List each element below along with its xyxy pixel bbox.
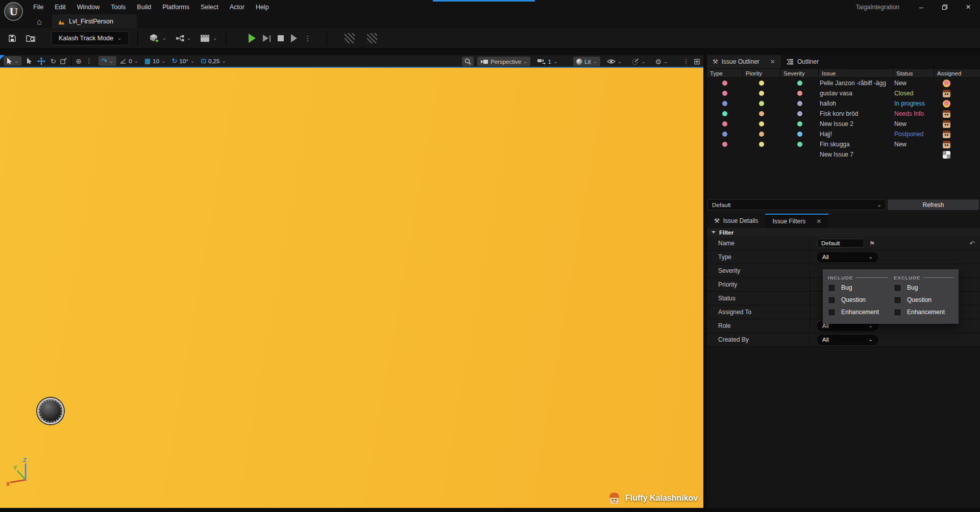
option-enhancement[interactable]: Enhancement [828, 306, 888, 318]
minimize-icon[interactable]: – [910, 0, 933, 14]
checkbox[interactable] [894, 296, 901, 304]
reflection-sphere-gizmo[interactable] [37, 398, 64, 424]
menu-item-tools[interactable]: Tools [105, 4, 131, 11]
maximize-viewport-icon[interactable] [462, 57, 474, 66]
show-flags-dropdown[interactable]: ⌄ [604, 57, 625, 66]
add-actor-dropdown[interactable]: ⌄ [149, 34, 166, 43]
column-header-priority[interactable]: Piority [743, 69, 780, 78]
scale-tool-icon[interactable] [60, 58, 67, 64]
option-question[interactable]: Question [894, 294, 953, 306]
tab-outliner[interactable]: Outliner [781, 55, 824, 68]
table-row[interactable]: Fin skuggaNew [707, 139, 980, 149]
close-icon[interactable]: ✕ [816, 218, 821, 225]
menu-item-window[interactable]: Window [71, 4, 105, 11]
option-enhancement[interactable]: Enhancement [894, 306, 953, 318]
dot-cell [780, 98, 819, 109]
column-header-status[interactable]: Status [893, 69, 934, 78]
platforms-icon[interactable] [345, 33, 355, 43]
unreal-logo-icon[interactable]: U [4, 2, 23, 21]
move-tool-icon[interactable] [37, 57, 45, 65]
hammer-icon: ⚒ [714, 217, 720, 224]
flag-icon[interactable]: ⚑ [869, 240, 875, 247]
preset-dropdown[interactable]: Default ⌄ [707, 199, 886, 210]
play-controls: ⋮ [249, 34, 312, 43]
table-row[interactable]: Hajj!Postponed [707, 129, 980, 139]
close-icon[interactable]: × [957, 0, 980, 14]
viewport-options-icon[interactable]: ⋮ [683, 58, 690, 65]
launch-icon[interactable] [367, 33, 377, 43]
perspective-dropdown[interactable]: Perspective ⌄ [477, 57, 530, 66]
column-header-severity[interactable]: Severity [780, 69, 819, 78]
checkbox[interactable] [894, 309, 901, 316]
world-coordinate-icon[interactable]: ⊕ [76, 57, 82, 65]
rotate-tool-icon[interactable]: ↻ [50, 57, 56, 65]
viewport-settings-dropdown[interactable]: ⚙ ⌄ [652, 57, 671, 66]
created-by-filter-dropdown[interactable]: All ⌄ [817, 335, 878, 345]
viewport-canvas[interactable]: Z Y X Fluffy Kalashnikov [0, 68, 703, 508]
content-browser-icon[interactable] [23, 31, 38, 45]
menu-item-edit[interactable]: Edit [49, 4, 71, 11]
view-mode-dropdown[interactable]: Lit ⌄ [573, 57, 600, 66]
home-icon[interactable]: ⌂ [37, 17, 42, 27]
table-row[interactable]: hallohIn progress [707, 98, 980, 109]
select-tool-icon[interactable] [27, 58, 32, 64]
revert-icon[interactable]: ↶ [969, 240, 975, 247]
column-header-type[interactable]: Type [707, 69, 743, 78]
avatar [943, 110, 950, 118]
surface-snapping-dropdown[interactable]: ↷ ⌄ [99, 56, 116, 66]
refresh-button[interactable]: Refresh [888, 199, 979, 210]
menu-item-actor[interactable]: Actor [224, 4, 250, 11]
rotation-snap-dropdown[interactable]: ↻ 10° ⌄ [168, 56, 198, 66]
menu-item-select[interactable]: Select [195, 4, 224, 11]
level-tab[interactable]: Lvl_FirstPerson [52, 14, 137, 28]
editor-mode-dropdown[interactable]: Kalash Track Mode ⌄ [51, 31, 129, 45]
checkbox[interactable] [894, 284, 901, 292]
table-row[interactable]: New Issue 7 [707, 149, 980, 160]
wand-dropdown[interactable]: ⌄ [628, 57, 648, 66]
play-advanced-icon[interactable] [291, 34, 297, 42]
option-bug[interactable]: Bug [828, 281, 888, 294]
axis-gizmo: Z Y X [6, 456, 39, 493]
quad-layout-icon[interactable]: ⊞ [694, 57, 700, 66]
grid-snap-dropdown[interactable]: ▦ 10 ⌄ [141, 56, 168, 66]
frame-skip-icon[interactable] [263, 35, 271, 42]
chevron-down-icon: ⌄ [664, 59, 668, 64]
option-question[interactable]: Question [828, 294, 888, 306]
play-icon[interactable] [249, 34, 256, 43]
type-filter-dropdown[interactable]: All ⌄ [817, 252, 878, 262]
select-mode-dropdown[interactable]: ⌄ [4, 56, 21, 66]
actor-snap-dropdown[interactable]: 0 ⌄ [116, 56, 141, 66]
maximize-icon[interactable] [933, 0, 957, 14]
tab-issue-outliner[interactable]: ⚒ Issue Outliner ✕ [707, 55, 781, 68]
filter-label: Assigned To [707, 305, 810, 319]
chevron-down-icon: ⌄ [117, 36, 121, 41]
menu-item-help[interactable]: Help [250, 4, 275, 11]
menu-item-platforms[interactable]: Platforms [157, 4, 195, 11]
scale-snap-dropdown[interactable]: ⊡ 0,25 ⌄ [198, 56, 229, 66]
table-row[interactable]: Fisk korv brödNeeds Info [707, 109, 980, 119]
transform-options-icon[interactable]: ⋮ [86, 57, 92, 65]
option-bug[interactable]: Bug [894, 281, 953, 294]
table-row[interactable]: Pelle Janzon -råbiff -äggNew [707, 78, 980, 88]
column-header-assigned[interactable]: Assigned [934, 69, 980, 78]
save-icon[interactable] [5, 31, 19, 45]
menu-item-build[interactable]: Build [131, 4, 157, 11]
camera-speed-dropdown[interactable]: 1 ⌄ [534, 57, 560, 66]
close-icon[interactable]: ✕ [770, 58, 775, 65]
checkbox[interactable] [828, 309, 836, 316]
filter-name-input[interactable]: Default [817, 239, 864, 248]
dot-cell [707, 109, 743, 119]
tab-issue-filters[interactable]: Issue Filters ✕ [765, 214, 828, 228]
cinematics-dropdown[interactable]: ⌄ [200, 34, 217, 42]
filter-section-header[interactable]: Filter [707, 228, 980, 237]
column-header-issue[interactable]: Issue [819, 69, 893, 78]
checkbox[interactable] [828, 284, 836, 292]
checkbox[interactable] [828, 296, 836, 304]
tab-issue-details[interactable]: ⚒ Issue Details [707, 214, 765, 228]
blueprints-dropdown[interactable]: ⌄ [176, 35, 191, 42]
play-options-icon[interactable]: ⋮ [304, 34, 311, 42]
table-row[interactable]: New Issue 2New [707, 119, 980, 129]
table-row[interactable]: gustav vasaClosed [707, 88, 980, 98]
menu-item-file[interactable]: File [28, 4, 49, 11]
stop-icon[interactable] [278, 35, 284, 41]
